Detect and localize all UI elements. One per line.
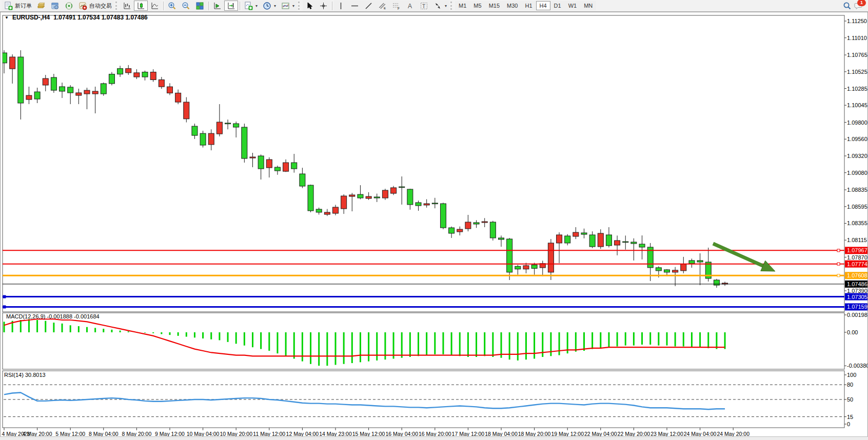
chart-shift-button[interactable] (224, 1, 238, 11)
price-axis[interactable]: 1.112501.110101.107651.105251.102851.100… (844, 18, 867, 427)
timeframe-m30[interactable]: M30 (503, 1, 521, 10)
equidistant-channel-button[interactable]: E (376, 1, 389, 11)
profiles-button[interactable] (34, 1, 48, 11)
timeframe-m1[interactable]: M1 (455, 1, 470, 10)
search-icon (843, 2, 852, 10)
line-anchor[interactable] (3, 295, 6, 298)
price-tick-label: 1.07870 (847, 254, 867, 261)
zoom-in-button[interactable] (165, 1, 179, 11)
panel-border (3, 15, 844, 312)
auto-scroll-button[interactable] (210, 1, 224, 11)
text-button[interactable]: A (403, 1, 417, 11)
timeframe-h4[interactable]: H4 (536, 1, 550, 10)
chevron-down-icon: ▾ (445, 4, 447, 8)
price-tick-label: 1.08355 (847, 220, 867, 226)
toolbar-drag-handle[interactable] (115, 2, 119, 10)
toolbar-drag-handle[interactable] (450, 2, 453, 10)
price-tick-label: 1.08835 (847, 187, 867, 193)
text-label-button[interactable]: T (417, 1, 431, 11)
price-tick-label: 1.09800 (847, 119, 867, 126)
periods-button[interactable]: ▾ (260, 1, 279, 11)
price-tick-label: 1.09560 (847, 136, 867, 142)
svg-text:F: F (398, 7, 400, 10)
candlestick-chart-icon (136, 2, 145, 10)
macd-tick-label: 0.00 (847, 329, 858, 335)
tile-windows-button[interactable] (193, 1, 207, 11)
price-label-text: 1.07305 (847, 294, 867, 300)
price-label-text: 1.07774 (847, 261, 867, 267)
trendline-button[interactable] (362, 1, 376, 11)
line-anchor[interactable] (837, 263, 840, 265)
chart-shift-icon (227, 2, 235, 10)
chat-button[interactable]: 1 (854, 2, 863, 10)
zoom-out-button[interactable] (179, 1, 193, 11)
text-label-icon: T (420, 2, 428, 10)
time-axis[interactable]: 4 May 20234 May 20:005 May 12:008 May 04… (2, 428, 750, 437)
rsi-tick-label: 15 (847, 414, 853, 420)
timeframe-toolbar: M1M5M15M30H1H4D1W1MN (455, 1, 596, 10)
chart-title: ▼ EURUSD-,H4 1.07491 1.07534 1.07483 1.0… (5, 14, 148, 21)
fibonacci-button[interactable]: F (389, 1, 403, 11)
timeframe-mn[interactable]: MN (580, 1, 596, 10)
horizontal-line-icon (350, 2, 359, 10)
line-anchor[interactable] (3, 306, 6, 308)
arrows-button[interactable]: ▾ (431, 1, 449, 11)
panel-border (3, 313, 844, 369)
timeframe-m15[interactable]: M15 (485, 1, 503, 10)
trendline-icon (364, 2, 373, 10)
toolbar: 新订单 自动交易 (0, 0, 868, 12)
timeframe-h1[interactable]: H1 (521, 1, 536, 10)
status-bar (0, 436, 868, 440)
zoom-out-icon (182, 2, 190, 10)
price-label-text: 1.07159 (847, 304, 867, 310)
alerts-button[interactable] (62, 1, 76, 11)
toolbar-separator (332, 2, 332, 10)
macd-tick-label: -0.003804 (847, 363, 867, 369)
toolbar-drag-handle[interactable] (298, 2, 301, 10)
templates-button[interactable]: ▾ (279, 1, 297, 11)
line-anchor[interactable] (837, 249, 840, 252)
price-tick-label: 1.09080 (847, 170, 867, 176)
line-chart-button[interactable] (148, 1, 162, 11)
rsi-tick-label: 80 (847, 382, 853, 388)
price-tick-label: 1.08595 (847, 204, 867, 210)
arrows-icon (433, 2, 442, 10)
timeframe-d1[interactable]: D1 (550, 1, 565, 10)
autotrading-button[interactable]: 自动交易 (76, 1, 114, 11)
search-button[interactable] (840, 1, 854, 11)
svg-text:T: T (422, 3, 425, 9)
equidistant-channel-icon: E (378, 2, 387, 10)
indicators-button[interactable]: ▾ (242, 1, 260, 11)
periods-clock-icon (263, 2, 271, 10)
data-window-button[interactable] (48, 1, 62, 11)
price-tick-label: 1.09320 (847, 153, 867, 159)
macd-label: MACD(12,26,9) -0.001888 -0.001684 (6, 313, 100, 319)
chart-canvas[interactable]: 1.112501.110101.107651.105251.102851.100… (1, 12, 867, 437)
rsi-tick-label: 50 (847, 396, 853, 403)
autotrading-label: 自动交易 (89, 2, 112, 10)
timeframe-w1[interactable]: W1 (565, 1, 581, 10)
price-label-text: 1.07486 (847, 281, 867, 287)
rsi-label: RSI(14) 30.8013 (4, 372, 46, 378)
price-tick-label: 1.10765 (847, 52, 867, 58)
trend-arrow[interactable] (713, 244, 775, 271)
price-tick-label: 1.11010 (847, 35, 867, 41)
svg-text:A: A (408, 3, 412, 10)
candlestick-chart-button[interactable] (134, 1, 148, 11)
crosshair-button[interactable] (317, 1, 330, 11)
timeframe-m5[interactable]: M5 (470, 1, 485, 10)
profiles-icon (37, 2, 46, 10)
bar-chart-button[interactable] (120, 1, 134, 11)
candlestick-series (2, 50, 728, 288)
cursor-button[interactable] (303, 1, 317, 11)
macd-tick-label: 0.001982 (847, 312, 867, 318)
new-order-icon (4, 2, 13, 10)
vertical-line-button[interactable] (334, 1, 348, 11)
new-order-label: 新订单 (15, 2, 32, 10)
chevron-down-icon: ▾ (274, 4, 276, 8)
collapse-triangle-icon[interactable]: ▼ (5, 15, 9, 20)
horizontal-line-button[interactable] (348, 1, 362, 11)
rsi-tick-label: 0 (847, 421, 850, 427)
new-order-button[interactable]: 新订单 (2, 1, 34, 11)
line-anchor[interactable] (837, 274, 840, 277)
